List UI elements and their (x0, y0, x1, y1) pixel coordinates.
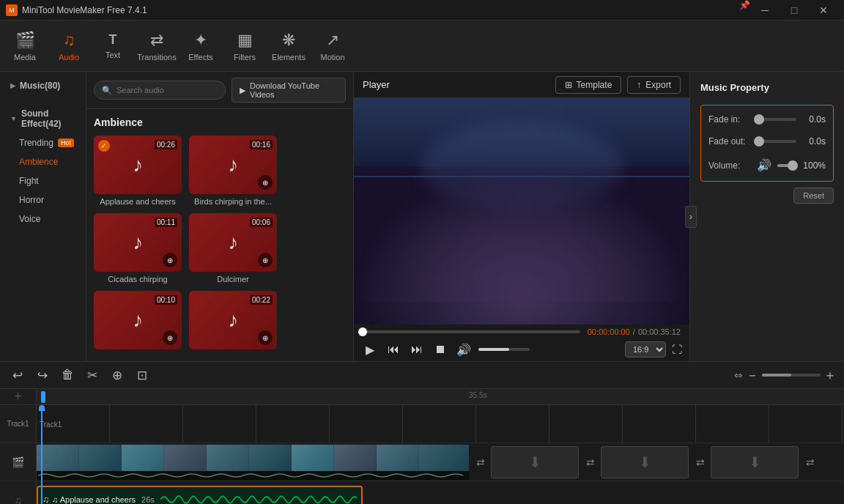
close-button[interactable]: ✕ (809, 0, 838, 21)
fullscreen-button[interactable]: ⛶ (672, 344, 682, 355)
toolbar-item-motion[interactable]: ↗ Motion (311, 23, 355, 70)
list-item: ♪ 00:11 ⊕ Cicadas chirping (94, 213, 182, 284)
reset-button[interactable]: Reset (793, 188, 834, 204)
fade-in-value: 0.0s (802, 114, 826, 125)
volume-slider-property[interactable] (777, 164, 796, 167)
toolbar-item-effects[interactable]: ✦ Effects (179, 23, 223, 70)
sidebar-item-ambience[interactable]: Ambience (0, 152, 86, 171)
media-thumb-2[interactable]: ♪ 00:16 ⊕ (189, 136, 277, 194)
media-thumb-6[interactable]: ♪ 00:22 ⊕ (189, 291, 277, 349)
toolbar-effects-label: Effects (188, 53, 212, 62)
delete-button[interactable]: 🗑 (57, 365, 78, 385)
progress-bar[interactable] (363, 330, 580, 333)
duration-1: 00:26 (155, 140, 177, 149)
toolbar: 🎬 Media ♫ Audio T Text ⇄ Transitions ✦ E… (0, 21, 844, 72)
play-button[interactable]: ▶ (361, 341, 379, 358)
next-frame-button[interactable]: ⏭ (408, 341, 426, 358)
toolbar-item-audio[interactable]: ♫ Audio (47, 23, 91, 70)
placeholder-clip-2[interactable]: ⬇ (601, 446, 689, 478)
collapse-icon: ▼ (10, 115, 17, 122)
sound-effect-label: Sound Effect(42) (21, 108, 75, 129)
swap-button-2[interactable]: ⇄ (583, 446, 598, 478)
download-button-6[interactable]: ⊕ (258, 330, 273, 345)
toolbar-item-media[interactable]: 🎬 Media (3, 23, 47, 70)
media-thumb-5[interactable]: ♪ 00:10 ⊕ (94, 291, 182, 349)
list-item: ♪ 00:06 ⊕ Dulcimer (189, 213, 277, 284)
sidebar-item-voice[interactable]: Voice (0, 210, 86, 229)
export-button[interactable]: ↑ Export (627, 76, 681, 94)
download-button-3[interactable]: ⊕ (163, 253, 177, 267)
template-button[interactable]: ⊞ Template (555, 76, 622, 94)
zoom-slider[interactable] (762, 374, 821, 377)
zoom-out-button[interactable]: － (746, 366, 759, 384)
player-panel-arrow[interactable]: › (685, 206, 697, 228)
download-youtube-button[interactable]: ▶ Download YouTube Videos (232, 78, 346, 103)
zoom-in-button[interactable]: ＋ (823, 366, 837, 384)
undo-button[interactable]: ↩ (7, 365, 28, 385)
cut-button[interactable]: ✂ (82, 365, 103, 385)
timeline: + 35.5s Track1 🎬 ♫ (0, 389, 844, 504)
toolbar-item-elements[interactable]: ❋ Elements (267, 23, 311, 70)
crop-button[interactable]: ⊡ (132, 365, 152, 385)
media-grid: ♪ 00:26 ✓ Applause and cheers ♪ 00:16 ⊕ … (94, 136, 346, 352)
fade-out-value: 0.0s (802, 136, 826, 147)
content-panel: 🔍 ▶ Download YouTube Videos Ambience ♪ 0… (86, 72, 353, 361)
minimize-button[interactable]: ─ (750, 0, 780, 21)
download-button-5[interactable]: ⊕ (163, 330, 177, 345)
music-property-panel: Music Property Fade in: 0.0s Fade out: 0… (690, 72, 844, 361)
volume-slider[interactable] (478, 348, 530, 351)
detach-button[interactable]: ⊕ (107, 365, 127, 385)
audio-icon: ♫ (63, 31, 75, 50)
media-name-2: Birds chirping in the... (189, 197, 277, 206)
redo-button[interactable]: ↪ (32, 365, 53, 385)
media-thumb-3[interactable]: ♪ 00:11 ⊕ (94, 213, 182, 272)
swap-button-4[interactable]: ⇄ (803, 446, 818, 478)
download-button-2[interactable]: ⊕ (258, 175, 273, 190)
zoom-controls: ⇔ － ＋ (734, 366, 837, 384)
player-title: Player (363, 79, 390, 90)
media-thumb-1[interactable]: ♪ 00:26 ✓ (94, 136, 182, 194)
swap-button-1[interactable]: ⇄ (473, 446, 488, 478)
toolbar-item-text[interactable]: T Text (91, 23, 135, 70)
fade-in-label: Fade in: (708, 114, 751, 125)
audio-clip[interactable]: ♫ ♫ Applause and cheers 26s (37, 486, 363, 504)
media-name-4: Dulcimer (189, 275, 277, 284)
toolbar-item-transitions[interactable]: ⇄ Transitions (135, 23, 179, 70)
motion-icon: ↗ (326, 31, 339, 50)
search-bar[interactable]: 🔍 (94, 81, 226, 100)
fade-in-slider[interactable] (757, 118, 796, 121)
add-clip-icon[interactable]: + (14, 389, 22, 404)
audio-clip-name: ♫ Applause and cheers (52, 495, 136, 504)
sidebar-item-fight[interactable]: Fight (0, 171, 86, 190)
template-icon: ⊞ (565, 80, 572, 90)
voice-label: Voice (19, 214, 40, 224)
placeholder-clip-1[interactable]: ⬇ (491, 446, 579, 478)
sidebar-item-trending[interactable]: Trending Hot (0, 133, 86, 152)
download-button-4[interactable]: ⊕ (258, 253, 273, 267)
sidebar-item-horror[interactable]: Horror (0, 190, 86, 210)
sidebar-item-sound-effect[interactable]: ▼ Sound Effect(42) (0, 104, 86, 133)
stop-button[interactable]: ⏹ (432, 341, 449, 358)
export-icon: ↑ (637, 80, 641, 90)
toolbar-item-filters[interactable]: ▦ Filters (223, 23, 267, 70)
audio-clip-duration: 26s (141, 495, 155, 504)
maximize-button[interactable]: □ (780, 0, 809, 21)
toolbar-filters-label: Filters (234, 53, 256, 62)
property-panel-inner: Fade in: 0.0s Fade out: 0.0s Volume: � (700, 105, 834, 182)
prev-frame-button[interactable]: ⏮ (385, 341, 402, 358)
placeholder-clip-3[interactable]: ⬇ (711, 446, 799, 478)
music-clip-icon: ♫ (42, 494, 49, 504)
volume-row: Volume: 🔊 100% (708, 158, 826, 172)
volume-label: Volume: (708, 160, 751, 171)
mute-button[interactable]: 🔊 (455, 341, 473, 358)
video-clip[interactable] (37, 445, 469, 480)
fade-out-slider[interactable] (757, 140, 796, 143)
search-input[interactable] (116, 86, 218, 94)
aspect-ratio-select[interactable]: 16:9 9:16 1:1 (625, 341, 666, 357)
sidebar-item-music[interactable]: ▶ Music(80) (0, 76, 86, 95)
fade-out-thumb (754, 136, 764, 147)
media-thumb-4[interactable]: ♪ 00:06 ⊕ (189, 213, 277, 272)
mute-icon[interactable]: 🔊 (757, 158, 771, 172)
swap-button-3[interactable]: ⇄ (693, 446, 708, 478)
fade-in-row: Fade in: 0.0s (708, 114, 826, 125)
